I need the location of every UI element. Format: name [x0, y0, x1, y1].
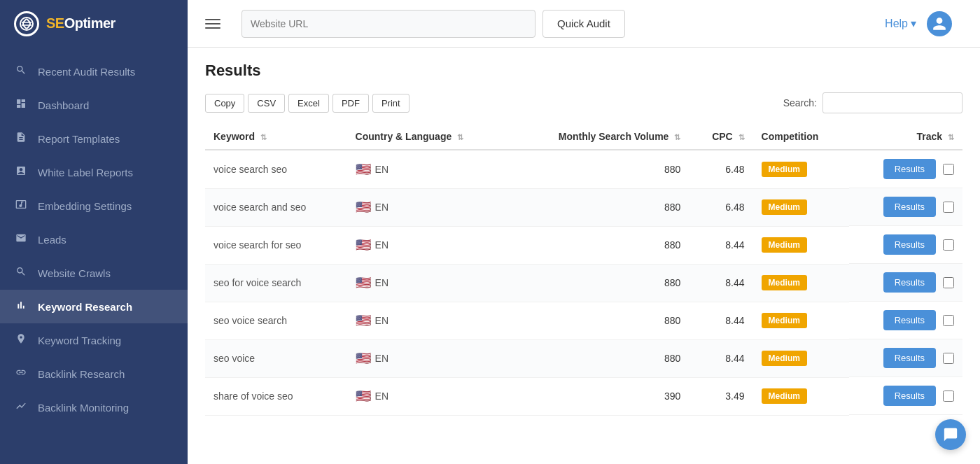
actions-cell: Results	[849, 264, 963, 302]
chat-bubble[interactable]	[935, 419, 966, 450]
sidebar-icon-report-templates	[14, 132, 28, 146]
competition-cell: Medium	[753, 339, 849, 377]
results-button[interactable]: Results	[883, 197, 936, 217]
results-button[interactable]: Results	[883, 272, 936, 293]
country-cell: 🇺🇸 EN	[347, 188, 509, 226]
results-button[interactable]: Results	[883, 348, 936, 368]
col-track[interactable]: Track ⇅	[849, 124, 963, 150]
sidebar-label-dashboard: Dashboard	[38, 99, 89, 111]
country-cell: 🇺🇸 EN	[347, 302, 509, 339]
col-monthly-search-volume[interactable]: Monthly Search Volume ⇅	[509, 124, 689, 150]
results-button[interactable]: Results	[883, 159, 936, 179]
results-button[interactable]: Results	[883, 234, 936, 255]
competition-badge: Medium	[762, 388, 807, 404]
sidebar-label-backlink-monitoring: Backlink Monitoring	[38, 402, 129, 414]
col-competition[interactable]: Competition	[753, 124, 849, 150]
csv-button[interactable]: CSV	[248, 94, 285, 113]
flag-icon: 🇺🇸	[356, 388, 371, 404]
sidebar-item-website-crawls[interactable]: Website Crawls	[0, 256, 188, 290]
user-avatar[interactable]	[927, 11, 952, 36]
col-country-language[interactable]: Country & Language ⇅	[347, 124, 509, 150]
topnav-center: Quick Audit	[188, 10, 885, 38]
sort-track-icon: ⇅	[948, 133, 954, 141]
hamburger-menu[interactable]	[202, 15, 224, 32]
sidebar-item-keyword-tracking[interactable]: Keyword Tracking	[0, 323, 188, 357]
volume-cell: 880	[509, 150, 689, 188]
table-row: seo for voice search 🇺🇸 EN 880 8.44 Medi…	[205, 264, 962, 302]
language-code: EN	[375, 391, 388, 402]
actions-cell: Results	[849, 150, 963, 188]
sidebar-item-backlink-research[interactable]: Backlink Research	[0, 357, 188, 391]
sidebar-label-backlink-research: Backlink Research	[38, 368, 125, 380]
cpc-cell: 8.44	[689, 226, 752, 264]
volume-cell: 880	[509, 302, 689, 339]
actions-cell: Results	[849, 302, 963, 339]
competition-cell: Medium	[753, 302, 849, 339]
flag-icon: 🇺🇸	[356, 313, 371, 328]
logo-text: SEOptimer	[46, 15, 115, 31]
sidebar-label-report-templates: Report Templates	[38, 133, 120, 145]
col-keyword[interactable]: Keyword ⇅	[205, 124, 347, 150]
competition-badge: Medium	[762, 237, 807, 253]
excel-button[interactable]: Excel	[288, 94, 329, 113]
sidebar-icon-backlink-research	[14, 367, 28, 381]
track-checkbox[interactable]	[943, 315, 954, 326]
flag-icon: 🇺🇸	[356, 275, 371, 290]
print-button[interactable]: Print	[372, 94, 410, 113]
pdf-button[interactable]: PDF	[332, 94, 369, 113]
sidebar-item-white-label-reports[interactable]: White Label Reports	[0, 155, 188, 189]
sidebar: Recent Audit Results Dashboard Report Te…	[0, 48, 188, 464]
track-checkbox[interactable]	[943, 202, 954, 213]
sidebar-item-dashboard[interactable]: Dashboard	[0, 88, 188, 122]
page-title: Results	[205, 62, 962, 80]
language-code: EN	[375, 202, 388, 213]
sidebar-label-leads: Leads	[38, 234, 66, 246]
sidebar-icon-embedding-settings	[14, 199, 28, 213]
url-input[interactable]	[241, 10, 536, 38]
sidebar-item-keyword-research[interactable]: Keyword Research	[0, 290, 188, 323]
keyword-cell: voice search for seo	[205, 226, 347, 264]
sort-country-icon: ⇅	[457, 133, 463, 141]
competition-cell: Medium	[753, 264, 849, 302]
search-input[interactable]	[822, 92, 962, 113]
sidebar-item-leads[interactable]: Leads	[0, 223, 188, 256]
sidebar-icon-keyword-research	[14, 300, 28, 314]
cpc-cell: 8.44	[689, 302, 752, 339]
flag-icon: 🇺🇸	[356, 162, 371, 177]
sidebar-icon-recent-audit-results	[14, 64, 28, 78]
sidebar-item-backlink-monitoring[interactable]: Backlink Monitoring	[0, 391, 188, 424]
sidebar-item-embedding-settings[interactable]: Embedding Settings	[0, 189, 188, 223]
sidebar-item-recent-audit-results[interactable]: Recent Audit Results	[0, 55, 188, 88]
flag-icon: 🇺🇸	[356, 351, 371, 366]
logo-area: SEOptimer	[0, 0, 188, 48]
keyword-cell: share of voice seo	[205, 377, 347, 415]
track-checkbox[interactable]	[943, 353, 954, 364]
sidebar-item-report-templates[interactable]: Report Templates	[0, 122, 188, 155]
track-checkbox[interactable]	[943, 391, 954, 402]
logo-icon	[14, 11, 39, 36]
flag-icon: 🇺🇸	[356, 237, 371, 253]
results-button[interactable]: Results	[883, 310, 936, 330]
col-cpc[interactable]: CPC ⇅	[689, 124, 752, 150]
track-checkbox[interactable]	[943, 164, 954, 175]
competition-badge: Medium	[762, 199, 807, 215]
table-row: voice search and seo 🇺🇸 EN 880 6.48 Medi…	[205, 188, 962, 226]
cpc-cell: 8.44	[689, 339, 752, 377]
sort-keyword-icon: ⇅	[260, 133, 267, 141]
sort-volume-icon: ⇅	[674, 133, 680, 141]
copy-button[interactable]: Copy	[205, 94, 244, 113]
track-checkbox[interactable]	[943, 277, 954, 288]
quick-audit-button[interactable]: Quick Audit	[542, 10, 625, 38]
top-navigation: SEOptimer Quick Audit Help ▾	[0, 0, 980, 48]
sidebar-icon-dashboard	[14, 98, 28, 112]
competition-cell: Medium	[753, 150, 849, 188]
sidebar-label-keyword-tracking: Keyword Tracking	[38, 335, 121, 346]
track-checkbox[interactable]	[943, 239, 954, 251]
volume-cell: 880	[509, 264, 689, 302]
main-content: Results Copy CSV Excel PDF Print Search:…	[188, 48, 980, 464]
language-code: EN	[375, 277, 388, 288]
sidebar-label-website-crawls: Website Crawls	[38, 267, 111, 279]
volume-cell: 880	[509, 226, 689, 264]
results-button[interactable]: Results	[883, 386, 936, 406]
help-button[interactable]: Help ▾	[885, 17, 916, 30]
